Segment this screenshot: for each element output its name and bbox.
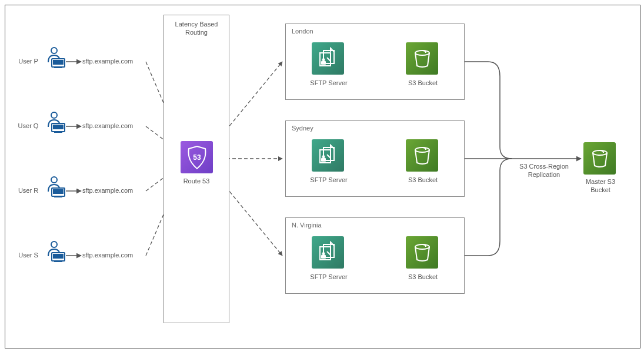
bucket-nvirginia-icon — [406, 236, 438, 269]
svg-rect-27 — [54, 196, 62, 197]
user-p-domain: sftp.example.com — [82, 58, 147, 65]
svg-rect-43 — [321, 255, 326, 259]
routing-title: Latency Based Routing — [164, 20, 229, 37]
route53-icon: 53 — [181, 141, 213, 173]
user-q-domain: sftp.example.com — [82, 122, 147, 129]
svg-rect-35 — [321, 61, 326, 65]
user-r-label: User R — [16, 187, 40, 194]
bucket-london-icon — [406, 42, 438, 75]
svg-point-24 — [51, 177, 57, 183]
region-london-title: London — [292, 28, 313, 35]
svg-text:53: 53 — [193, 153, 201, 162]
svg-rect-18 — [53, 60, 64, 65]
svg-point-44 — [415, 244, 429, 249]
svg-point-16 — [51, 48, 57, 53]
master-bucket-label: Master S3 Bucket — [576, 177, 625, 195]
user-q-icon — [46, 110, 66, 135]
svg-rect-39 — [321, 158, 326, 162]
region-sydney-title: Sydney — [292, 125, 313, 132]
svg-rect-22 — [53, 125, 64, 129]
svg-point-40 — [415, 147, 429, 152]
region-nvirginia-title: N. Virginia — [292, 222, 322, 229]
sftp-nvirginia-label: SFTP Server — [297, 273, 361, 280]
user-q-label: User Q — [16, 122, 40, 129]
user-s-domain: sftp.example.com — [82, 252, 147, 259]
bucket-nvirginia-label: S3 Bucket — [391, 273, 455, 280]
svg-point-45 — [593, 150, 607, 155]
svg-point-20 — [51, 112, 57, 118]
bucket-london-label: S3 Bucket — [391, 79, 455, 86]
svg-rect-26 — [53, 189, 64, 194]
svg-point-28 — [51, 242, 57, 247]
user-p-label: User P — [16, 58, 40, 65]
user-r-domain: sftp.example.com — [82, 187, 147, 194]
svg-rect-31 — [54, 261, 62, 262]
bucket-sydney-icon — [406, 139, 438, 172]
user-p-icon — [46, 46, 66, 71]
user-s-label: User S — [16, 252, 40, 259]
sftp-sydney-icon — [312, 139, 344, 172]
svg-rect-23 — [54, 132, 62, 133]
sftp-london-icon — [312, 42, 344, 75]
svg-rect-30 — [53, 254, 64, 259]
sftp-sydney-label: SFTP Server — [297, 176, 361, 183]
master-bucket-icon — [583, 142, 616, 175]
svg-point-36 — [415, 51, 429, 55]
user-r-icon — [46, 175, 66, 200]
sftp-nvirginia-icon — [312, 236, 344, 269]
sftp-london-label: SFTP Server — [297, 79, 361, 86]
route53-label: Route 53 — [163, 177, 229, 185]
user-s-icon — [46, 240, 66, 264]
svg-rect-19 — [54, 67, 62, 68]
replication-label: S3 Cross-Region Replication — [512, 162, 576, 179]
bucket-sydney-label: S3 Bucket — [391, 176, 455, 183]
